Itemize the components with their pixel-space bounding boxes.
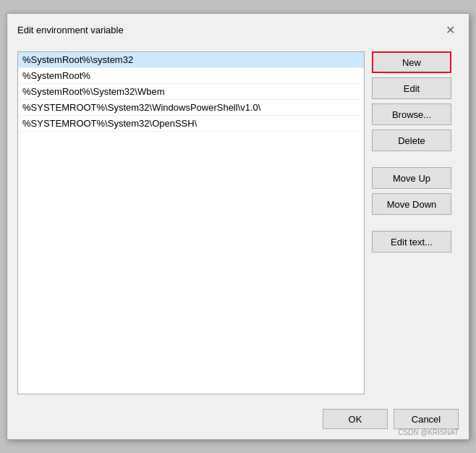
- content-area: %SystemRoot%\system32%SystemRoot%%System…: [7, 44, 469, 402]
- browse-button[interactable]: Browse...: [372, 103, 451, 125]
- edit-env-var-dialog: Edit environment variable ✕ %SystemRoot%…: [7, 13, 469, 440]
- list-item[interactable]: %SYSTEMROOT%\System32\WindowsPowerShell\…: [18, 100, 364, 116]
- list-item[interactable]: %SystemRoot%\System32\Wbem: [18, 84, 364, 100]
- list-item[interactable]: %SystemRoot%: [18, 68, 364, 84]
- close-button[interactable]: ✕: [441, 21, 459, 38]
- list-item[interactable]: %SystemRoot%\system32: [18, 52, 364, 68]
- buttons-panel: New Edit Browse... Delete Move Up Move D…: [372, 51, 459, 394]
- dialog-title: Edit environment variable: [17, 25, 124, 35]
- edit-button[interactable]: Edit: [372, 77, 451, 99]
- ok-button[interactable]: OK: [323, 409, 388, 429]
- cancel-button[interactable]: Cancel: [394, 409, 459, 429]
- watermark: CSDN @KRISNAT: [398, 428, 459, 436]
- delete-button[interactable]: Delete: [372, 130, 451, 151]
- new-button[interactable]: New: [372, 51, 451, 73]
- footer: OK Cancel CSDN @KRISNAT: [7, 402, 469, 439]
- env-var-list[interactable]: %SystemRoot%\system32%SystemRoot%%System…: [17, 51, 365, 394]
- list-item[interactable]: %SYSTEMROOT%\System32\OpenSSH\: [18, 116, 364, 132]
- move-up-button[interactable]: Move Up: [372, 167, 451, 189]
- edit-text-button[interactable]: Edit text...: [372, 231, 451, 253]
- title-bar: Edit environment variable ✕: [7, 14, 469, 44]
- move-down-button[interactable]: Move Down: [372, 193, 451, 215]
